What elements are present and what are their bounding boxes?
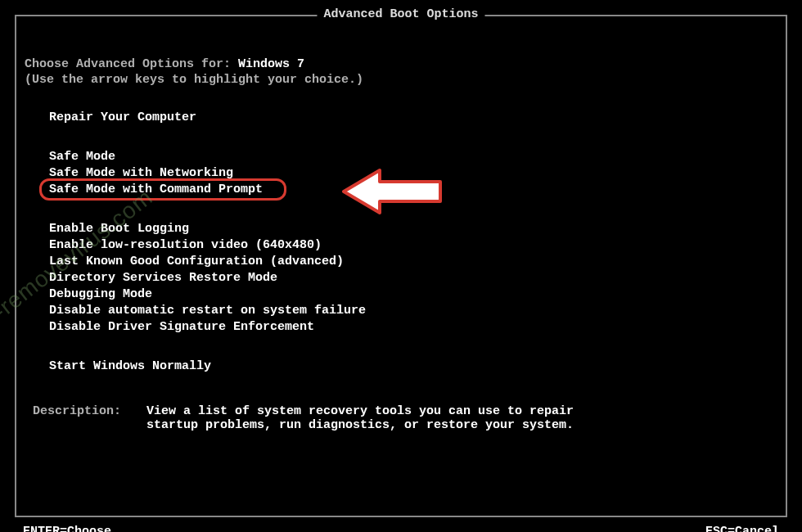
description-label: Description: [33, 404, 139, 418]
content-area: Choose Advanced Options for: Windows 7 (… [16, 57, 786, 432]
menu-item-boot-logging[interactable]: Enable Boot Logging [46, 221, 192, 237]
menu-item-disable-sig[interactable]: Disable Driver Signature Enforcement [46, 319, 318, 336]
menu-group-normal: Start Windows Normally [25, 358, 777, 375]
menu-item-safe-mode-networking[interactable]: Safe Mode with Networking [46, 165, 237, 182]
window-title: Advanced Boot Options [317, 7, 484, 21]
menu-item-last-known-good[interactable]: Last Known Good Configuration (advanced) [46, 254, 347, 270]
menu-item-repair[interactable]: Repair Your Computer [46, 110, 200, 126]
menu-group-safemode: Safe Mode Safe Mode with Networking Safe… [25, 149, 777, 198]
menu-item-start-normally[interactable]: Start Windows Normally [46, 358, 214, 375]
menu-item-safe-mode-cmd[interactable]: Safe Mode with Command Prompt [46, 182, 266, 198]
menu-item-disable-restart[interactable]: Disable automatic restart on system fail… [46, 303, 369, 319]
menu-item-ds-restore[interactable]: Directory Services Restore Mode [46, 270, 281, 286]
footer-enter-hint: ENTER=Choose [18, 525, 116, 532]
instruction-text: (Use the arrow keys to highlight your ch… [25, 73, 777, 87]
menu-group-advanced: Enable Boot Logging Enable low-resolutio… [25, 221, 777, 336]
header-prefix: Choose Advanced Options for: [25, 57, 238, 71]
description-section: Description: View a list of system recov… [25, 404, 777, 432]
menu-item-debugging[interactable]: Debugging Mode [46, 286, 155, 303]
menu-item-lowres-video[interactable]: Enable low-resolution video (640x480) [46, 237, 325, 254]
description-text: View a list of system recovery tools you… [146, 404, 605, 432]
os-name: Windows 7 [238, 57, 304, 71]
header-line: Choose Advanced Options for: Windows 7 [25, 57, 777, 71]
menu-group-repair: Repair Your Computer [25, 110, 777, 126]
menu-item-safe-mode[interactable]: Safe Mode [46, 149, 119, 165]
window-border: Advanced Boot Options Choose Advanced Op… [15, 15, 787, 517]
footer-esc-hint: ESC=Cancel [701, 525, 784, 532]
